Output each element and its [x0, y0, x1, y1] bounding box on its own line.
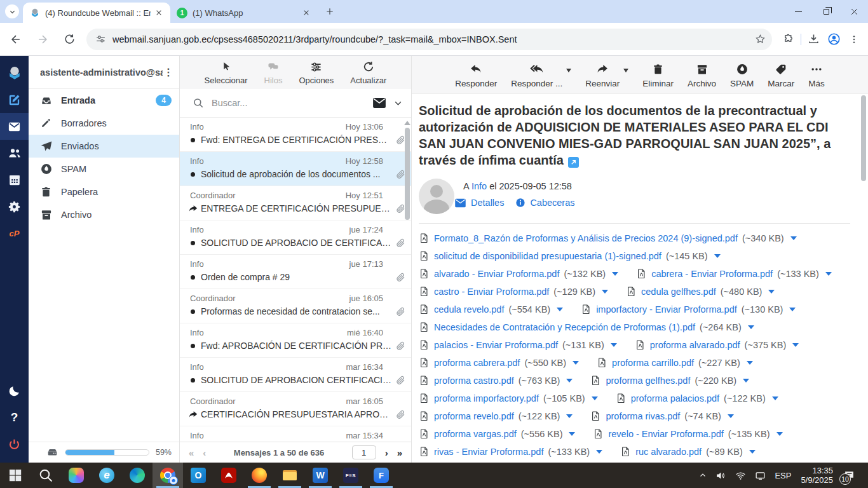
settings-gear-icon[interactable]: [0, 193, 29, 220]
taskbar-fes-app[interactable]: F≡S: [336, 463, 366, 488]
attachment-menu-caret-icon[interactable]: [825, 272, 832, 276]
message-row[interactable]: Info mar 15:34: [180, 426, 411, 442]
attachment-menu-caret-icon[interactable]: [612, 272, 618, 276]
folder-item-enviados[interactable]: Enviados: [29, 135, 179, 158]
attachment-menu-caret-icon[interactable]: [747, 361, 753, 365]
close-window-button[interactable]: [840, 0, 868, 23]
dropdown-caret-icon[interactable]: [623, 69, 628, 72]
view-toolbar-archive-button[interactable]: Archivo: [688, 61, 716, 88]
cast-screen-icon[interactable]: [750, 463, 770, 488]
attachment-name-link[interactable]: proforma palacios.pdf: [631, 393, 719, 403]
attachment-name-link[interactable]: ruc alvarado.pdf: [635, 447, 702, 457]
volume-icon[interactable]: [711, 463, 731, 488]
message-row[interactable]: Coordinador Hoy 12:51 ENTREGA DE CERTIFI…: [180, 186, 411, 220]
reload-button[interactable]: [58, 29, 80, 50]
help-icon[interactable]: ?: [0, 404, 29, 431]
browser-tab-whatsapp[interactable]: 1 (1) WhatsApp: [170, 3, 318, 23]
list-toolbar-options-button[interactable]: Opciones: [299, 59, 334, 85]
calendar-icon[interactable]: [0, 166, 29, 193]
browser-tab-roundcube[interactable]: (4) Roundcube Webmail :: Envia: [23, 3, 170, 23]
profile-icon[interactable]: [824, 29, 844, 50]
attachment-name-link[interactable]: proforma imporfactory.pdf: [434, 393, 539, 403]
wifi-icon[interactable]: [731, 463, 750, 488]
attachment-name-link[interactable]: imporfactory - Enviar Proforma.pdf: [596, 304, 737, 315]
tab-search-button[interactable]: [5, 4, 19, 18]
taskbar-acrobat[interactable]: [214, 463, 244, 488]
attachment-name-link[interactable]: cabrera - Enviar Proforma.pdf: [651, 269, 773, 279]
list-scrollbar[interactable]: [404, 119, 410, 440]
taskbar-copilot[interactable]: [61, 463, 92, 488]
dark-mode-moon-icon[interactable]: [0, 377, 29, 404]
message-row[interactable]: Info mar 16:34 SOLICITUD DE APROBACION C…: [180, 358, 411, 392]
attachment-name-link[interactable]: revelo - Enviar Proforma.pdf: [608, 429, 723, 439]
message-row[interactable]: Info jue 17:24 SOLICITUD DE APROBACIO DE…: [180, 220, 411, 255]
message-row[interactable]: Info jue 17:13 Orden de compra # 29: [180, 255, 411, 289]
attachment-name-link[interactable]: proforma castro.pdf: [434, 376, 514, 386]
message-row[interactable]: Info Hoy 12:58 Solicitud de aprobación d…: [180, 152, 411, 186]
message-row[interactable]: Coordinador jue 16:05 Proformas de neces…: [180, 289, 411, 323]
attachment-menu-caret-icon[interactable]: [789, 308, 796, 311]
attachment-menu-caret-icon[interactable]: [792, 343, 799, 347]
taskbar-outlook[interactable]: O: [183, 463, 214, 488]
view-toolbar-forward-button[interactable]: Reenviar: [585, 61, 620, 88]
attachment-menu-caret-icon[interactable]: [566, 414, 573, 418]
taskbar-chrome[interactable]: ☻: [153, 463, 183, 488]
scroll-up-arrow[interactable]: [404, 121, 410, 125]
attachment-menu-caret-icon[interactable]: [611, 343, 617, 347]
attachment-name-link[interactable]: Necesidades de Contratación y Recepción …: [434, 322, 695, 332]
search-input[interactable]: [212, 98, 372, 108]
attachment-name-link[interactable]: proforma alvarado.pdf: [650, 340, 740, 350]
tab-close-icon[interactable]: [301, 8, 311, 18]
dropdown-caret-icon[interactable]: [566, 69, 571, 72]
forward-button[interactable]: [32, 29, 53, 50]
attachment-menu-caret-icon[interactable]: [714, 254, 721, 258]
folder-item-borradores[interactable]: Borradores: [29, 112, 179, 135]
message-row[interactable]: Info Hoy 13:06 Fwd: ENTREGA DE CERTIFICA…: [180, 118, 411, 152]
attachment-name-link[interactable]: cedula revelo.pdf: [434, 304, 504, 315]
taskbar-word[interactable]: W: [305, 463, 336, 488]
list-scrollbar-thumb[interactable]: [405, 128, 410, 220]
recipient-link[interactable]: Info: [471, 181, 487, 191]
attachment-menu-caret-icon[interactable]: [749, 450, 756, 454]
cpanel-logo[interactable]: cP: [0, 220, 29, 247]
taskbar-windows-start[interactable]: [0, 463, 31, 488]
headers-link[interactable]: Cabeceras: [515, 198, 574, 208]
search-options-chevron-icon[interactable]: [394, 99, 402, 107]
taskbar-search[interactable]: [31, 463, 61, 488]
next-page-button[interactable]: ›: [385, 447, 388, 458]
tray-expand-chevron-icon[interactable]: [695, 463, 711, 488]
attachment-name-link[interactable]: solicitud de disponibilidad presupuestar…: [434, 251, 661, 261]
attachment-name-link[interactable]: proforma rivas.pdf: [606, 411, 680, 421]
taskbar-file-explorer[interactable]: [275, 463, 305, 488]
compose-icon[interactable]: [0, 86, 29, 113]
taskbar-firefox[interactable]: [244, 463, 275, 488]
view-scrollbar-thumb[interactable]: [861, 95, 866, 181]
bookmark-star-icon[interactable]: [752, 31, 768, 48]
attachment-menu-caret-icon[interactable]: [596, 450, 602, 454]
view-toolbar-tag-button[interactable]: Marcar: [768, 61, 794, 88]
attachment-name-link[interactable]: proforma revelo.pdf: [434, 411, 514, 421]
attachment-menu-caret-icon[interactable]: [768, 290, 775, 294]
account-menu-icon[interactable]: ⋮: [163, 66, 174, 78]
taskbar-firma-ec-app[interactable]: F: [366, 463, 397, 488]
message-row[interactable]: Info mié 16:40 Fwd: APROBACIÓN DE CERTIF…: [180, 323, 411, 358]
language-indicator[interactable]: ESP: [770, 463, 796, 488]
attachment-name-link[interactable]: palacios - Enviar Proforma.pdf: [434, 340, 558, 350]
attachment-name-link[interactable]: proforma vargas.pdf: [434, 429, 517, 439]
new-tab-button[interactable]: [322, 3, 338, 20]
attachment-name-link[interactable]: proforma carrillo.pdf: [612, 358, 694, 368]
browser-menu-icon[interactable]: [844, 29, 864, 50]
minimize-button[interactable]: [784, 0, 812, 23]
logout-power-icon[interactable]: [0, 431, 29, 458]
attachment-menu-caret-icon[interactable]: [728, 414, 734, 418]
clock[interactable]: 13:35 5/9/2025: [796, 466, 838, 485]
attachment-menu-caret-icon[interactable]: [743, 379, 749, 383]
attachment-name-link[interactable]: cedula gelfhes.pdf: [641, 287, 716, 297]
attachment-menu-caret-icon[interactable]: [602, 290, 608, 294]
open-external-icon[interactable]: [568, 157, 579, 168]
folder-item-archivo[interactable]: Archivo: [29, 203, 179, 226]
attachment-menu-caret-icon[interactable]: [566, 379, 573, 383]
tab-close-icon[interactable]: [153, 8, 164, 18]
attachment-name-link[interactable]: alvarado - Enviar Proforma.pdf: [434, 269, 559, 279]
attachment-name-link[interactable]: Formato_8_Razón de Proformas y Análisis …: [434, 233, 738, 243]
